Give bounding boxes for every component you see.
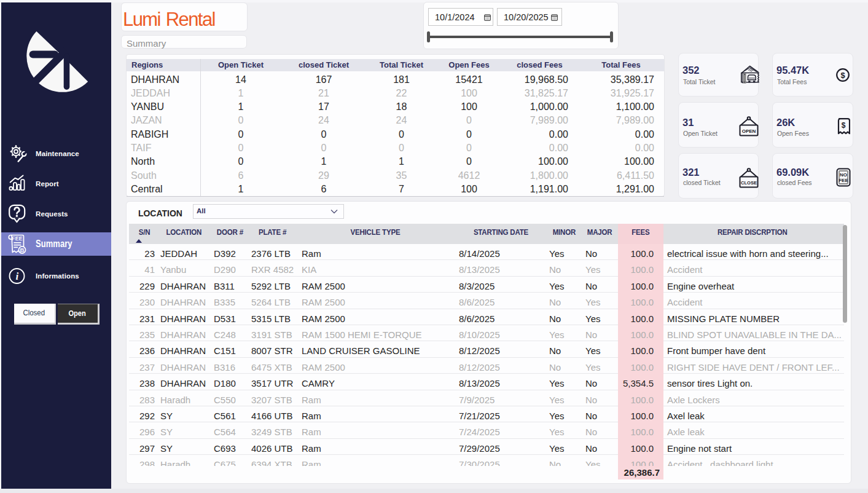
svg-text:NO: NO [840, 172, 847, 178]
svg-text:FEE: FEE [839, 178, 848, 183]
svg-text:CLOSE: CLOSE [741, 180, 757, 186]
svg-text:FEE: FEE [12, 235, 23, 242]
svg-text:i: i [15, 270, 18, 282]
svg-text:OPEN: OPEN [742, 128, 756, 134]
svg-text:B: B [20, 246, 25, 253]
svg-text:$: $ [840, 71, 845, 80]
svg-text:$: $ [842, 121, 846, 130]
